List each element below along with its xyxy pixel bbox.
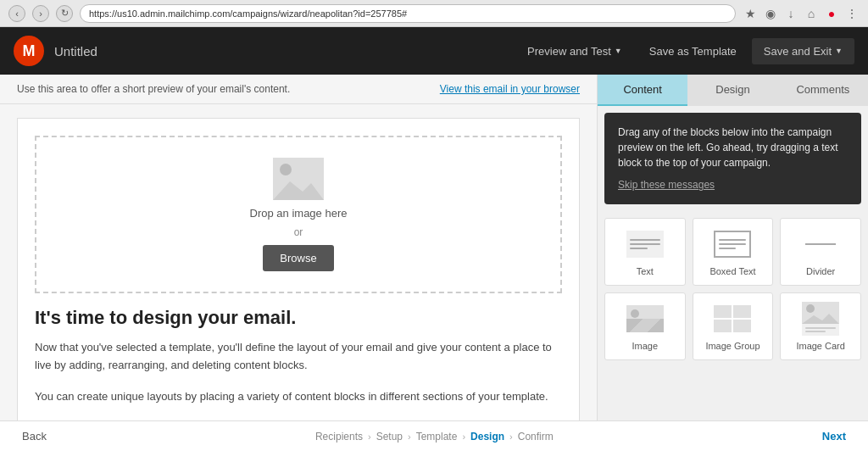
block-image-card[interactable]: Image Card <box>780 292 861 360</box>
tab-content[interactable]: Content <box>598 75 687 106</box>
boxed-text-block-label: Boxed Text <box>709 266 755 276</box>
svg-rect-7 <box>805 327 836 329</box>
next-button[interactable]: Next <box>814 426 854 446</box>
step-sep-3: › <box>462 432 465 442</box>
tab-comments[interactable]: Comments <box>778 75 868 106</box>
browser-chrome: ‹ › ↻ https://us10.admin.mailchimp.com/c… <box>0 0 868 27</box>
step-sep-4: › <box>509 432 513 442</box>
image-block-icon <box>624 302 666 336</box>
step-sep-1: › <box>368 432 371 442</box>
image-drop-area[interactable]: Drop an image here or Browse <box>35 136 562 293</box>
divider-block-icon <box>799 227 842 261</box>
email-canvas: Drop an image here or Browse It's time t… <box>17 118 580 420</box>
step-template[interactable]: Template <box>416 431 458 443</box>
email-heading: It's time to design your email. <box>35 307 562 329</box>
block-divider[interactable]: Divider <box>780 218 861 286</box>
main-layout: Use this area to offer a short preview o… <box>0 75 868 420</box>
right-tabs: Content Design Comments <box>598 75 868 106</box>
header-actions: Preview and Test ▼ Save as Template Save… <box>515 38 854 64</box>
forward-nav-button[interactable]: › <box>32 5 49 22</box>
save-template-button[interactable]: Save as Template <box>637 38 748 64</box>
breadcrumb-steps: Recipients › Setup › Template › Design ›… <box>315 431 554 443</box>
back-button[interactable]: Back <box>14 426 55 446</box>
pinterest-icon[interactable]: ● <box>824 6 839 21</box>
or-label: or <box>294 226 303 238</box>
image-group-block-label: Image Group <box>705 341 760 351</box>
save-exit-button[interactable]: Save and Exit ▼ <box>752 38 854 64</box>
svg-point-1 <box>280 164 292 175</box>
home-icon[interactable]: ⌂ <box>804 6 819 21</box>
drop-image-label: Drop an image here <box>250 207 348 220</box>
email-para1: Now that you've selected a template, you… <box>35 339 562 375</box>
back-nav-button[interactable]: ‹ <box>8 5 25 22</box>
skip-messages-link[interactable]: Skip these messages <box>618 177 848 192</box>
text-block-label: Text <box>637 266 654 276</box>
chevron-down-icon: ▼ <box>615 47 622 55</box>
app-logo: M <box>14 36 44 66</box>
step-sep-2: › <box>408 432 411 442</box>
bottom-bar: Back Recipients › Setup › Template › Des… <box>0 420 868 451</box>
download-icon[interactable]: ↓ <box>783 6 798 21</box>
step-setup[interactable]: Setup <box>376 431 403 443</box>
image-card-block-label: Image Card <box>796 341 844 351</box>
tooltip-text: Drag any of the blocks below into the ca… <box>618 126 838 169</box>
preview-bar: Use this area to offer a short preview o… <box>0 75 597 104</box>
tooltip-overlay: Drag any of the blocks below into the ca… <box>604 113 861 204</box>
share-icon[interactable]: ⋮ <box>844 6 860 21</box>
preview-hint-text: Use this area to offer a short preview o… <box>17 83 290 95</box>
step-design[interactable]: Design <box>470 431 504 443</box>
block-image-group[interactable]: Image Group <box>693 292 774 360</box>
left-panel: Use this area to offer a short preview o… <box>0 75 597 420</box>
image-block-label: Image <box>632 341 659 351</box>
email-para2: You can create unique layouts by placing… <box>35 388 562 406</box>
view-email-link[interactable]: View this email in your browser <box>440 83 580 95</box>
app-header: M Untitled Preview and Test ▼ Save as Te… <box>0 27 868 75</box>
text-block-icon <box>624 227 666 261</box>
block-image[interactable]: Image <box>604 292 686 360</box>
browser-icons: ★ ◉ ↓ ⌂ ● ⋮ <box>743 6 860 21</box>
block-text[interactable]: Text <box>604 218 686 286</box>
browse-button[interactable]: Browse <box>263 245 333 271</box>
url-bar[interactable]: https://us10.admin.mailchimp.com/campaig… <box>80 4 736 23</box>
right-panel: Content Design Comments Drag any of the … <box>597 75 868 420</box>
step-recipients[interactable]: Recipients <box>315 431 363 443</box>
boxed-text-block-icon <box>711 227 754 261</box>
image-placeholder-icon <box>273 158 324 200</box>
refresh-button[interactable]: ↻ <box>56 5 73 22</box>
block-boxed-text[interactable]: Boxed Text <box>693 218 774 286</box>
app-title: Untitled <box>54 44 97 58</box>
bookmark-icon[interactable]: ★ <box>743 6 758 21</box>
tab-design[interactable]: Design <box>687 75 777 106</box>
image-group-block-icon <box>711 302 754 336</box>
step-confirm[interactable]: Confirm <box>518 431 554 443</box>
svg-point-4 <box>806 304 815 313</box>
preview-test-button[interactable]: Preview and Test ▼ <box>515 38 634 64</box>
logo-area: M Untitled <box>14 36 97 66</box>
image-card-block-icon <box>799 302 842 336</box>
chevron-down-icon: ▼ <box>835 47 843 55</box>
divider-block-label: Divider <box>806 266 835 276</box>
blocks-grid: Text Boxed Text <box>598 211 868 367</box>
url-text: https://us10.admin.mailchimp.com/campaig… <box>89 8 407 19</box>
shield-icon[interactable]: ◉ <box>763 6 778 21</box>
svg-rect-6 <box>802 324 839 336</box>
svg-rect-8 <box>805 331 826 332</box>
